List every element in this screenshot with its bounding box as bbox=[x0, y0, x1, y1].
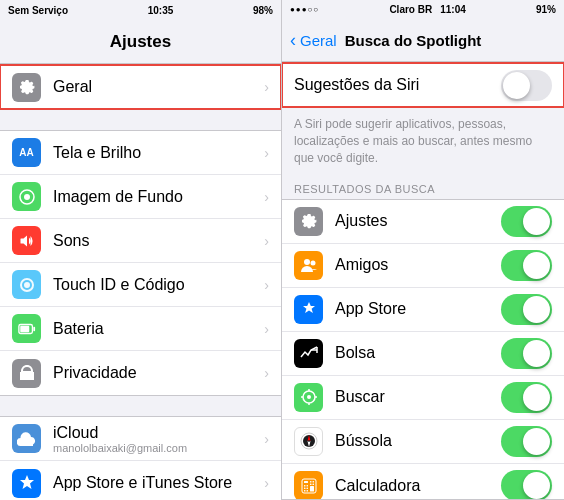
settings-row-tela[interactable]: AA Tela e Brilho › bbox=[0, 131, 281, 175]
svg-rect-29 bbox=[310, 486, 314, 492]
svg-rect-27 bbox=[304, 490, 306, 492]
appstore-result-icon bbox=[294, 295, 323, 324]
settings-row-bateria[interactable]: Bateria › bbox=[0, 307, 281, 351]
results-header: RESULTADOS DA BUSCA bbox=[282, 177, 564, 199]
svg-rect-24 bbox=[306, 485, 308, 487]
settings-row-privacidade[interactable]: Privacidade › bbox=[0, 351, 281, 395]
privacidade-icon bbox=[12, 359, 41, 388]
privacidade-content: Privacidade bbox=[53, 364, 258, 382]
result-row-amigos[interactable]: Amigos bbox=[282, 244, 564, 288]
back-button[interactable]: ‹ Geral bbox=[290, 30, 337, 51]
appstore-label: App Store e iTunes Store bbox=[53, 474, 258, 492]
svg-rect-22 bbox=[312, 483, 314, 485]
bateria-chevron: › bbox=[264, 321, 269, 337]
ajustes-toggle-thumb bbox=[523, 208, 550, 235]
toggle-thumb bbox=[503, 72, 530, 99]
result-row-ajustes[interactable]: Ajustes bbox=[282, 200, 564, 244]
tela-icon: AA bbox=[12, 138, 41, 167]
calculadora-toggle[interactable] bbox=[501, 470, 552, 500]
sons-icon bbox=[12, 226, 41, 255]
results-section: Ajustes Amigos bbox=[282, 199, 564, 500]
icloud-chevron: › bbox=[264, 431, 269, 447]
nav-bar-right: ‹ Geral Busca do Spotlight bbox=[282, 19, 564, 62]
result-row-appstore[interactable]: App Store bbox=[282, 288, 564, 332]
battery-left: 98% bbox=[253, 5, 273, 16]
tela-label: Tela e Brilho bbox=[53, 144, 258, 162]
bateria-icon bbox=[12, 314, 41, 343]
result-row-bussola[interactable]: Bússola bbox=[282, 420, 564, 464]
signal-dots-right: ●●●○○ bbox=[290, 5, 319, 14]
status-bar-left: Sem Serviço 10:35 98% bbox=[0, 0, 281, 20]
result-row-buscar[interactable]: Buscar bbox=[282, 376, 564, 420]
svg-rect-18 bbox=[304, 481, 308, 483]
icloud-sublabel: manololbaixaki@gmail.com bbox=[53, 442, 258, 454]
buscar-result-label: Buscar bbox=[335, 388, 501, 406]
appstore-content: App Store e iTunes Store bbox=[53, 474, 258, 492]
settings-section-3: iCloud manololbaixaki@gmail.com › App St… bbox=[0, 416, 281, 500]
ajustes-toggle[interactable] bbox=[501, 206, 552, 237]
tela-chevron: › bbox=[264, 145, 269, 161]
ajustes-result-label: Ajustes bbox=[335, 212, 501, 230]
svg-point-6 bbox=[310, 261, 315, 266]
touchid-label: Touch ID e Código bbox=[53, 276, 258, 294]
svg-point-5 bbox=[304, 259, 310, 265]
bussola-result-label: Bússola bbox=[335, 432, 501, 450]
settings-section-2: AA Tela e Brilho › Imagem de Fundo bbox=[0, 130, 281, 396]
buscar-result-icon bbox=[294, 383, 323, 412]
battery-right: 91% bbox=[536, 4, 556, 15]
status-bar-right: ●●●○○ Claro BR 11:04 91% bbox=[282, 0, 564, 19]
svg-rect-20 bbox=[312, 481, 314, 483]
buscar-toggle[interactable] bbox=[501, 382, 552, 413]
touchid-content: Touch ID e Código bbox=[53, 276, 258, 294]
bateria-label: Bateria bbox=[53, 320, 258, 338]
bussola-toggle-thumb bbox=[523, 428, 550, 455]
appstore-toggle-thumb bbox=[523, 296, 550, 323]
sons-chevron: › bbox=[264, 233, 269, 249]
sons-content: Sons bbox=[53, 232, 258, 250]
siri-toggle[interactable] bbox=[501, 70, 552, 101]
siri-suggestions-row[interactable]: Sugestões da Siri bbox=[282, 63, 564, 107]
svg-rect-3 bbox=[33, 326, 35, 331]
settings-row-imagem[interactable]: Imagem de Fundo › bbox=[0, 175, 281, 219]
settings-row-icloud[interactable]: iCloud manololbaixaki@gmail.com › bbox=[0, 417, 281, 461]
imagem-chevron: › bbox=[264, 189, 269, 205]
icloud-icon bbox=[12, 424, 41, 453]
settings-section-1: Geral › bbox=[0, 64, 281, 110]
imagem-content: Imagem de Fundo bbox=[53, 188, 258, 206]
amigos-result-label: Amigos bbox=[335, 256, 501, 274]
right-panel: ●●●○○ Claro BR 11:04 91% ‹ Geral Busca d… bbox=[282, 0, 564, 500]
settings-row-appstore[interactable]: App Store e iTunes Store › bbox=[0, 461, 281, 500]
bolsa-toggle-thumb bbox=[523, 340, 550, 367]
result-row-calculadora[interactable]: Calculadora bbox=[282, 464, 564, 500]
settings-row-sons[interactable]: Sons › bbox=[0, 219, 281, 263]
bolsa-result-icon bbox=[294, 339, 323, 368]
carrier-right: Claro BR bbox=[389, 4, 432, 15]
bussola-result-icon bbox=[294, 427, 323, 456]
icloud-content: iCloud manololbaixaki@gmail.com bbox=[53, 424, 258, 454]
svg-rect-28 bbox=[306, 490, 308, 492]
bolsa-toggle[interactable] bbox=[501, 338, 552, 369]
result-row-bolsa[interactable]: Bolsa bbox=[282, 332, 564, 376]
settings-row-touchid[interactable]: Touch ID e Código › bbox=[0, 263, 281, 307]
touchid-icon bbox=[12, 270, 41, 299]
sons-label: Sons bbox=[53, 232, 258, 250]
bussola-toggle[interactable] bbox=[501, 426, 552, 457]
siri-description: A Siri pode sugerir aplicativos, pessoas… bbox=[282, 108, 564, 176]
amigos-toggle[interactable] bbox=[501, 250, 552, 281]
appstore-toggle[interactable] bbox=[501, 294, 552, 325]
svg-rect-19 bbox=[310, 481, 312, 483]
back-arrow-icon: ‹ bbox=[290, 30, 296, 51]
geral-icon bbox=[12, 73, 41, 102]
svg-rect-25 bbox=[304, 487, 306, 489]
settings-row-geral[interactable]: Geral › bbox=[0, 65, 281, 109]
icloud-label: iCloud bbox=[53, 424, 258, 442]
buscar-toggle-thumb bbox=[523, 384, 550, 411]
tela-content: Tela e Brilho bbox=[53, 144, 258, 162]
imagem-icon bbox=[12, 182, 41, 211]
calculadora-result-icon bbox=[294, 471, 323, 500]
geral-chevron: › bbox=[264, 79, 269, 95]
geral-label: Geral bbox=[53, 78, 258, 96]
svg-rect-4 bbox=[20, 325, 29, 331]
svg-rect-21 bbox=[310, 483, 312, 485]
siri-section: Sugestões da Siri bbox=[282, 62, 564, 108]
